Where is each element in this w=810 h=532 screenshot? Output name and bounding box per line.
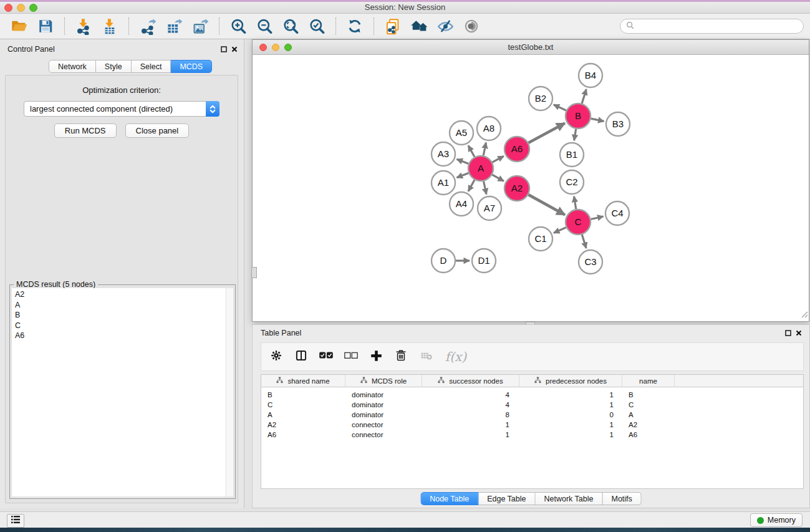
table-row[interactable]: A2connector11A2 [261,420,803,430]
graph-node-A3[interactable]: A3 [432,142,455,166]
table-row[interactable]: A6connector11A6 [261,430,803,440]
column-header-successor-nodes[interactable]: successor nodes [422,375,519,387]
graph-node-B1[interactable]: B1 [560,143,584,167]
graph-edge-A-A7[interactable] [483,181,486,195]
zoom-in-button[interactable] [225,16,251,37]
network-close-button[interactable] [259,44,267,51]
table-tab-motifs[interactable]: Motifs [602,492,641,505]
result-item[interactable]: A2 [12,289,233,300]
graph-edge-A2-C[interactable] [528,195,565,215]
graph-node-B3[interactable]: B3 [606,112,630,136]
graph-node-B[interactable]: B [566,104,591,128]
refresh-view-button[interactable] [342,16,368,37]
close-window-button[interactable] [4,4,12,12]
graph-edge-B-B2[interactable] [554,105,566,110]
export-table-button[interactable] [161,16,187,37]
graph-node-A2[interactable]: A2 [504,176,529,201]
graph-node-A5[interactable]: A5 [450,121,473,145]
graph-edge-A6-B[interactable] [528,123,564,143]
graph-edge-C-C2[interactable] [574,196,576,210]
network-zoom-button[interactable] [284,44,292,51]
table-row[interactable]: Cdominator41C [261,400,803,410]
mcds-result-list[interactable]: A2ABCA6 [12,288,233,496]
table-close-panel-icon[interactable] [795,329,803,337]
search-input[interactable] [638,22,798,31]
result-item[interactable]: A [12,300,233,311]
graph-node-A1[interactable]: A1 [432,171,455,195]
graph-node-C4[interactable]: C4 [605,201,629,225]
network-minimize-button[interactable] [272,44,279,51]
table-float-panel-icon[interactable] [784,329,792,337]
graph-node-B4[interactable]: B4 [579,64,602,87]
graph-node-A6[interactable]: A6 [504,137,529,162]
search-box[interactable] [620,19,804,34]
table-tab-node-table[interactable]: Node Table [420,492,478,505]
graph-edge-A-A4[interactable] [468,180,475,191]
zoom-window-button[interactable] [29,4,37,12]
result-scrollbar[interactable] [226,288,233,496]
result-item[interactable]: A6 [12,331,233,341]
close-panel-button[interactable]: Close panel [125,123,190,138]
table-tab-network-table[interactable]: Network Table [536,492,603,505]
graph-node-D[interactable]: D [432,249,455,273]
graph-edge-C-C1[interactable] [554,228,566,233]
graph-node-D1[interactable]: D1 [472,249,496,273]
column-header-name[interactable]: name [622,375,675,387]
graph-node-B2[interactable]: B2 [529,87,552,110]
graph-node-C1[interactable]: C1 [529,227,552,251]
close-panel-icon[interactable] [231,46,238,53]
table-tab-edge-table[interactable]: Edge Table [478,492,535,505]
graph-node-C2[interactable]: C2 [560,170,584,194]
delete-table-button[interactable] [417,347,435,366]
table-row[interactable]: Bdominator41B [261,390,803,400]
graph-edge-A-A2[interactable] [492,175,504,181]
network-vertical-scrollbar[interactable] [251,267,257,278]
deselect-all-button[interactable] [342,347,360,366]
save-session-button[interactable] [32,16,59,37]
select-all-button[interactable] [317,347,335,366]
graph-edge-B-B1[interactable] [574,129,576,141]
task-history-button[interactable] [7,514,24,528]
tab-style[interactable]: Style [96,60,132,73]
tab-mcds[interactable]: MCDS [171,60,212,73]
column-header-predecessor-nodes[interactable]: predecessor nodes [519,375,622,387]
zoom-selected-button[interactable] [304,16,330,37]
graph-node-A7[interactable]: A7 [478,196,501,220]
zoom-fit-button[interactable] [277,16,304,37]
network-canvas[interactable]: B4B2BB3A5A8A6A3B1AA1C2A2A4A7C4CC1C3DD1 [253,56,809,321]
graph-edge-A-A5[interactable] [468,145,475,157]
function-builder-button[interactable]: f(x) [442,347,470,366]
float-panel-icon[interactable] [220,46,228,53]
import-network-button[interactable] [70,16,97,37]
table-settings-button[interactable] [268,347,285,366]
graph-edge-C-C3[interactable] [582,235,586,248]
graph-edge-A-A1[interactable] [456,173,468,178]
graph-edge-A-A8[interactable] [483,143,486,156]
memory-button[interactable]: Memory [750,513,803,527]
graph-edge-B-B3[interactable] [591,118,604,121]
hide-selected-button[interactable] [432,16,458,37]
show-columns-button[interactable] [292,347,310,366]
result-item[interactable]: C [12,321,233,331]
graph-node-C3[interactable]: C3 [579,250,602,274]
graphics-details-button[interactable] [458,16,485,37]
export-network-button[interactable] [135,16,161,37]
first-neighbors-button[interactable] [406,16,432,37]
run-mcds-button[interactable]: Run MCDS [54,123,117,138]
network-window-titlebar[interactable]: testGlobe.txt [253,40,809,55]
add-column-button[interactable] [367,347,385,366]
delete-column-button[interactable] [392,347,410,366]
column-header-mcds-role[interactable]: MCDS role [345,375,422,387]
tab-select[interactable]: Select [132,60,171,73]
zoom-out-button[interactable] [251,16,277,37]
result-item[interactable]: B [12,310,233,321]
minimize-window-button[interactable] [17,4,25,12]
criterion-dropdown[interactable]: largest connected component (directed) [24,101,219,117]
graph-node-A8[interactable]: A8 [477,117,501,140]
import-table-button[interactable] [97,16,123,37]
open-file-button[interactable] [6,16,32,37]
clone-network-button[interactable] [380,16,406,37]
column-header-shared-name[interactable]: shared name [261,375,345,387]
graph-node-A[interactable]: A [468,156,493,181]
graph-node-C[interactable]: C [566,210,591,235]
